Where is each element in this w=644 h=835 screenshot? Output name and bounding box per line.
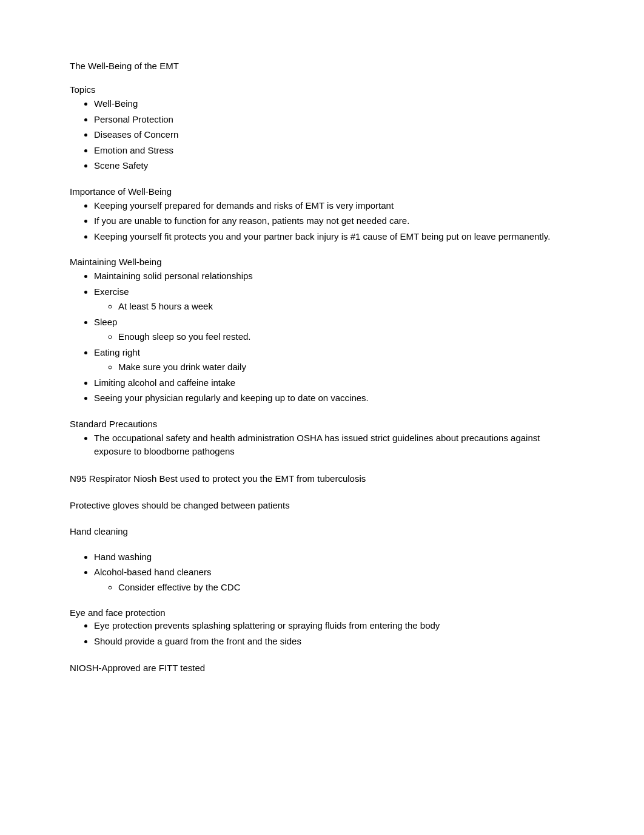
list-item: Keeping yourself prepared for demands an… (94, 199, 574, 213)
eye-face-label: Eye and face protection (70, 607, 166, 618)
sub-list: Make sure you drink water daily (94, 360, 574, 374)
n95-text: N95 Respirator Niosh Best used to protec… (70, 472, 574, 486)
sub-list: Consider effective by the CDC (94, 581, 574, 595)
standard-precautions-list: The occupational safety and health admin… (70, 431, 574, 459)
sub-list: At least 5 hours a week (94, 300, 574, 314)
list-item: Hand washing (94, 550, 574, 564)
standard-precautions-section: Standard Precautions The occupational sa… (70, 419, 574, 459)
list-item: Scene Safety (94, 159, 574, 173)
topics-list: Well-Being Personal Protection Diseases … (70, 97, 574, 173)
eye-face-section: Eye and face protection Eye protection p… (70, 607, 574, 648)
list-item: Consider effective by the CDC (118, 581, 574, 595)
list-item: Limiting alcohol and caffeine intake (94, 376, 574, 390)
maintaining-section: Maintaining Well-being Maintaining solid… (70, 257, 574, 405)
importance-heading: Importance of Well-Being (70, 186, 574, 197)
list-item: Maintaining solid personal relationships (94, 269, 574, 283)
hand-cleaning-list: Hand washing Alcohol-based hand cleaners… (70, 550, 574, 595)
list-item: Exercise At least 5 hours a week (94, 285, 574, 314)
list-item: Emotion and Stress (94, 144, 574, 158)
list-item: At least 5 hours a week (118, 300, 574, 314)
list-item: Seeing your physician regularly and keep… (94, 391, 574, 405)
page-title-section: The Well-Being of the EMT (70, 61, 574, 71)
hand-cleaning-section: Hand cleaning Hand washing Alcohol-based… (70, 526, 574, 595)
importance-list: Keeping yourself prepared for demands an… (70, 199, 574, 244)
list-item: Personal Protection (94, 113, 574, 127)
page-container: The Well-Being of the EMT Topics Well-Be… (0, 0, 644, 749)
list-item: The occupational safety and health admin… (94, 431, 574, 459)
maintaining-list: Maintaining solid personal relationships… (70, 269, 574, 405)
topics-section: Topics Well-Being Personal Protection Di… (70, 84, 574, 173)
list-item: Enough sleep so you feel rested. (118, 330, 574, 344)
list-item: If you are unable to function for any re… (94, 214, 574, 228)
sub-list: Enough sleep so you feel rested. (94, 330, 574, 344)
importance-section: Importance of Well-Being Keeping yoursel… (70, 186, 574, 244)
list-item: Should provide a guard from the front an… (94, 635, 574, 649)
list-item: Eye protection prevents splashing splatt… (94, 619, 574, 633)
list-item: Sleep Enough sleep so you feel rested. (94, 316, 574, 344)
hand-cleaning-heading: Hand cleaning (70, 526, 574, 536)
maintaining-heading: Maintaining Well-being (70, 257, 574, 267)
standard-precautions-heading: Standard Precautions (70, 419, 574, 429)
list-item: Eating right Make sure you drink water d… (94, 346, 574, 374)
topics-heading: Topics (70, 84, 574, 95)
eye-face-list: Eye protection prevents splashing splatt… (70, 619, 574, 648)
list-item: Well-Being (94, 97, 574, 111)
list-item: Make sure you drink water daily (118, 360, 574, 374)
list-item: Diseases of Concern (94, 128, 574, 142)
list-item: Alcohol-based hand cleaners Consider eff… (94, 566, 574, 594)
protective-gloves-text: Protective gloves should be changed betw… (70, 499, 574, 513)
list-item: Keeping yourself fit protects you and yo… (94, 230, 574, 244)
niosh-text: NIOSH-Approved are FITT tested (70, 661, 574, 675)
page-title: The Well-Being of the EMT (70, 61, 574, 71)
